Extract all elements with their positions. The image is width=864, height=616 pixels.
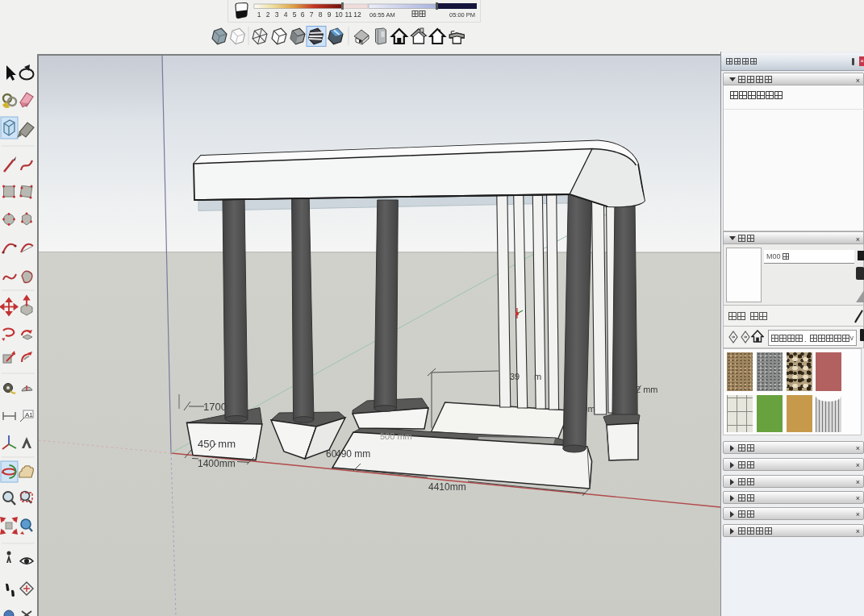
svg-text:2: 2: [266, 10, 270, 19]
svg-text:1400mm: 1400mm: [198, 458, 236, 469]
svg-text:490 mm: 490 mm: [336, 448, 370, 460]
svg-text:A1: A1: [25, 411, 33, 418]
svg-text:06:55 AM: 06:55 AM: [369, 11, 395, 19]
svg-text:4410mm: 4410mm: [428, 481, 466, 493]
svg-text:9: 9: [328, 10, 332, 19]
svg-text:6: 6: [301, 10, 305, 19]
svg-text:m: m: [534, 372, 541, 381]
svg-text:1: 1: [257, 10, 261, 19]
svg-text:8: 8: [319, 10, 323, 19]
svg-text:12: 12: [353, 10, 361, 19]
svg-text:3: 3: [275, 10, 279, 19]
svg-text:5: 5: [293, 10, 297, 19]
svg-text:11: 11: [345, 10, 353, 19]
svg-text:2 mm: 2 mm: [636, 385, 658, 394]
svg-text:500 mm: 500 mm: [380, 431, 412, 441]
svg-text:4: 4: [284, 10, 288, 19]
svg-text:10: 10: [335, 10, 343, 19]
svg-text:7: 7: [310, 10, 314, 19]
svg-text:39: 39: [510, 372, 520, 381]
svg-text:450 mm: 450 mm: [198, 438, 236, 450]
svg-text:05:00 PM: 05:00 PM: [449, 11, 475, 19]
svg-text:1700: 1700: [203, 401, 227, 413]
